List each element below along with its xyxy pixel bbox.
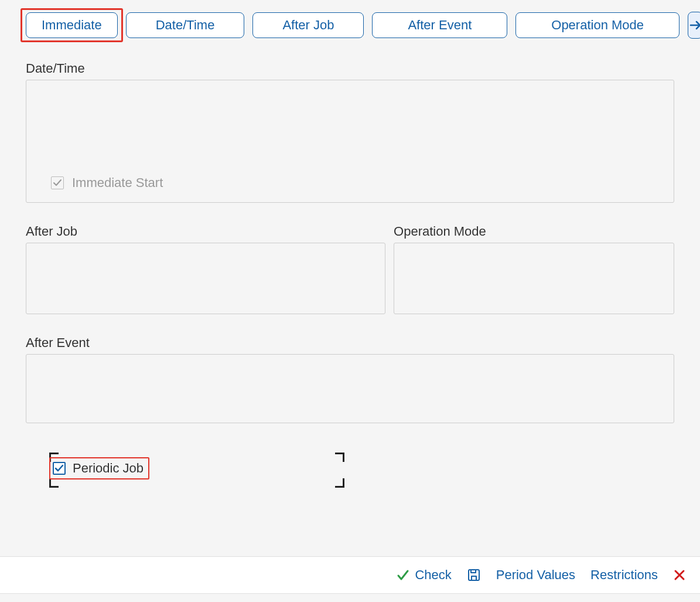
tab-datetime[interactable]: Date/Time bbox=[126, 12, 245, 38]
afterjob-section-title: After Job bbox=[26, 224, 385, 239]
check-label: Check bbox=[415, 567, 451, 583]
immediate-start-label: Immediate Start bbox=[72, 175, 163, 191]
immediate-start-row: Immediate Start bbox=[51, 175, 163, 191]
close-button[interactable] bbox=[673, 569, 686, 581]
checkmark-icon bbox=[396, 568, 410, 582]
start-condition-tabs: Immediate Date/Time After Job After Even… bbox=[26, 12, 674, 39]
afterjob-opmode-row: After Job Operation Mode bbox=[26, 224, 674, 335]
tab-after-event[interactable]: After Event bbox=[372, 12, 507, 38]
datetime-panel: Immediate Start bbox=[26, 80, 674, 203]
immediate-start-checkbox[interactable] bbox=[51, 176, 64, 189]
opmode-section-title: Operation Mode bbox=[394, 224, 674, 239]
crop-corner-icon bbox=[49, 478, 59, 488]
close-icon bbox=[673, 569, 686, 581]
footer-toolbar: Check Period Values Restrictions bbox=[0, 556, 700, 594]
main-content: Immediate Date/Time After Job After Even… bbox=[0, 0, 700, 488]
periodic-job-label: Periodic Job bbox=[73, 461, 144, 476]
checkmark-icon bbox=[53, 178, 62, 188]
next-arrow-button[interactable] bbox=[688, 12, 700, 39]
highlight-immediate: Immediate bbox=[21, 8, 123, 42]
arrow-right-icon bbox=[688, 18, 700, 32]
restrictions-label: Restrictions bbox=[590, 567, 658, 583]
periodic-job-area: Periodic Job bbox=[49, 453, 674, 488]
highlight-periodic-job: Periodic Job bbox=[49, 457, 149, 479]
tab-after-job[interactable]: After Job bbox=[252, 12, 364, 38]
afterjob-panel bbox=[26, 243, 385, 314]
crop-corner-icon bbox=[335, 453, 344, 462]
tab-operation-mode[interactable]: Operation Mode bbox=[515, 12, 679, 38]
period-values-label: Period Values bbox=[496, 567, 575, 583]
afterevent-section-title: After Event bbox=[26, 335, 674, 351]
check-button[interactable]: Check bbox=[396, 567, 451, 583]
afterevent-panel bbox=[26, 354, 674, 423]
period-values-button[interactable]: Period Values bbox=[496, 567, 575, 583]
svg-rect-0 bbox=[469, 570, 479, 580]
periodic-job-checkbox[interactable] bbox=[53, 462, 66, 475]
tab-immediate[interactable]: Immediate bbox=[26, 12, 118, 38]
crop-corner-icon bbox=[335, 478, 344, 488]
datetime-section-title: Date/Time bbox=[26, 61, 674, 76]
save-button[interactable] bbox=[467, 568, 481, 582]
checkmark-icon bbox=[54, 464, 64, 473]
opmode-panel bbox=[394, 243, 674, 314]
restrictions-button[interactable]: Restrictions bbox=[590, 567, 658, 583]
save-icon bbox=[467, 568, 481, 582]
